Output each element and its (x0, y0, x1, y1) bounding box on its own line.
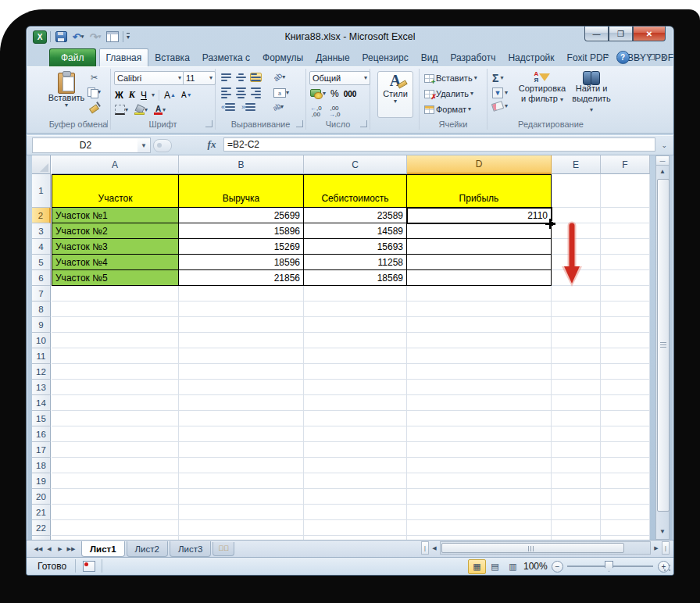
sheet-tab-лист3[interactable]: Лист3 (170, 541, 211, 557)
table-cell[interactable] (407, 255, 552, 270)
row-header-16[interactable]: 16 (32, 426, 51, 442)
scroll-right-arrow[interactable]: ▶ (651, 543, 662, 554)
horizontal-scrollbar[interactable]: | ◀ ▶ | (421, 541, 670, 555)
row-header-6[interactable]: 6 (32, 270, 51, 286)
book-restore-icon[interactable]: ❐ (648, 53, 655, 62)
align-left-button[interactable] (220, 87, 232, 99)
tab-надстройк[interactable]: Надстройк (502, 49, 560, 66)
help-icon[interactable]: ? (616, 51, 630, 64)
underline-button[interactable]: Ч (140, 89, 148, 102)
horizontal-split-handle[interactable]: | (421, 541, 429, 555)
tab-разметка-с[interactable]: Разметка с (196, 49, 256, 66)
table-header-cell[interactable]: Выручка (179, 174, 304, 208)
tab-вставка[interactable]: Вставка (148, 49, 196, 66)
orientation-button[interactable]: ab▾ (273, 72, 286, 82)
select-all-corner[interactable] (32, 155, 51, 174)
column-header-C[interactable]: C (304, 155, 407, 174)
vertical-scrollbar[interactable]: — ▲ ▼ (655, 155, 670, 540)
horizontal-scroll-track[interactable] (440, 541, 651, 555)
resize-grip[interactable] (662, 563, 672, 573)
worksheet-grid[interactable]: ABCDEF1234567891011121314151617181920212… (32, 155, 650, 540)
tab-рецензирс[interactable]: Рецензирс (356, 49, 415, 66)
styles-button[interactable]: A Стили ▾ (377, 71, 413, 118)
name-box-dropdown[interactable]: ▼ (138, 137, 151, 153)
increase-decimal-button[interactable]: ←,0,00 (309, 105, 323, 119)
row-header-11[interactable]: 11 (32, 348, 51, 364)
row-header-19[interactable]: 19 (32, 473, 51, 489)
row-header-18[interactable]: 18 (32, 458, 51, 473)
row-header-12[interactable]: 12 (32, 364, 51, 380)
vertical-scroll-thumb[interactable] (657, 179, 670, 512)
row-header-20[interactable]: 20 (32, 489, 51, 505)
decrease-indent-button[interactable]: « (220, 102, 236, 112)
italic-button[interactable]: К (128, 88, 136, 102)
table-cell[interactable]: 15896 (179, 223, 304, 239)
restore-button[interactable]: ❐ (609, 27, 633, 41)
dialog-launcher-icon[interactable] (205, 120, 212, 127)
minimize-button[interactable]: — (584, 27, 609, 41)
book-minimize-icon[interactable]: — (635, 53, 643, 62)
borders-button[interactable]: ▾ (114, 104, 129, 116)
macro-record-icon[interactable] (83, 561, 95, 572)
first-sheet-button[interactable]: ◀◀ (33, 544, 44, 555)
title-bar[interactable]: X ↶▾ ↷▾ ▾ Книга88.xlsx - Microsoft Excel… (27, 27, 673, 48)
next-sheet-button[interactable]: ▶ (55, 544, 66, 555)
fill-button[interactable]: ▼▾ (491, 87, 509, 99)
autosum-button[interactable]: Σ▾ (491, 72, 509, 84)
name-box[interactable]: D2 (32, 137, 139, 153)
tab-split-handle[interactable]: | (662, 541, 670, 555)
clear-button[interactable]: ▾ (491, 102, 509, 111)
row-header-5[interactable]: 5 (32, 255, 51, 270)
underline-chevron-icon[interactable]: ▾ (152, 92, 155, 98)
table-cell[interactable] (407, 223, 552, 239)
tab-вид[interactable]: Вид (415, 49, 445, 66)
font-color-button[interactable]: А▾ (153, 105, 166, 116)
table-cell[interactable]: 21856 (179, 270, 304, 286)
table-cell[interactable]: Участок №2 (52, 223, 179, 239)
table-cell[interactable] (407, 239, 552, 255)
align-middle-button[interactable] (235, 73, 247, 82)
row-header-17[interactable]: 17 (32, 442, 51, 458)
horizontal-scroll-thumb[interactable] (441, 543, 624, 553)
table-cell[interactable]: Участок №4 (52, 255, 179, 270)
shrink-font-button[interactable]: А▼ (180, 90, 193, 100)
dialog-launcher-icon[interactable] (101, 120, 108, 127)
bold-button[interactable]: Ж (114, 89, 124, 102)
row-header-7[interactable]: 7 (32, 286, 51, 302)
align-bottom-button[interactable] (250, 73, 262, 82)
decrease-decimal-button[interactable]: ,00→,0 (328, 105, 341, 119)
row-header-8[interactable]: 8 (32, 302, 51, 317)
row-header-1[interactable]: 1 (32, 174, 51, 208)
accounting-format-button[interactable]: ▾ (309, 88, 327, 99)
align-right-button[interactable] (250, 87, 262, 99)
cut-button[interactable]: ✂ (87, 72, 102, 84)
formula-input[interactable]: =B2-C2 (223, 137, 655, 152)
table-cell[interactable]: Участок №1 (52, 208, 179, 223)
dialog-launcher-icon[interactable] (360, 120, 367, 127)
delete-cells-button[interactable]: ✗ Удалить▾ (423, 88, 475, 99)
number-format-combo[interactable]: Общий▾ (309, 71, 370, 85)
column-header-F[interactable]: F (601, 155, 650, 174)
format-painter-button[interactable] (87, 101, 102, 112)
column-header-D[interactable]: D (407, 155, 552, 174)
table-cell[interactable]: 11258 (304, 255, 407, 270)
table-header-cell[interactable]: Себистоимость (304, 174, 407, 208)
column-header-B[interactable]: B (179, 155, 304, 174)
row-header-10[interactable]: 10 (32, 333, 51, 348)
row-header-4[interactable]: 4 (32, 239, 51, 255)
sheet-tab-лист2[interactable]: Лист2 (127, 541, 168, 557)
copy-button[interactable]: ▾ (87, 87, 102, 98)
find-select-button[interactable]: Найти и выделить ▾ (569, 70, 614, 120)
percent-style-button[interactable]: % (330, 87, 340, 100)
zoom-out-button[interactable]: − (552, 561, 563, 573)
wrap-text-button[interactable]: ab̲▾ (272, 102, 284, 112)
paste-button[interactable]: Вставить ▾ (48, 70, 84, 119)
book-close-icon[interactable]: ✕ (661, 53, 667, 62)
tab-формулы[interactable]: Формулы (256, 49, 309, 66)
fill-color-button[interactable]: ▾ (134, 104, 148, 116)
scroll-left-arrow[interactable]: ◀ (429, 543, 440, 554)
expand-formula-bar-icon[interactable]: ⌄ (661, 141, 667, 149)
scroll-down-arrow[interactable]: ▼ (656, 525, 669, 538)
font-name-combo[interactable]: Calibri▾ (114, 71, 184, 85)
row-header-2[interactable]: 2 (32, 208, 51, 223)
